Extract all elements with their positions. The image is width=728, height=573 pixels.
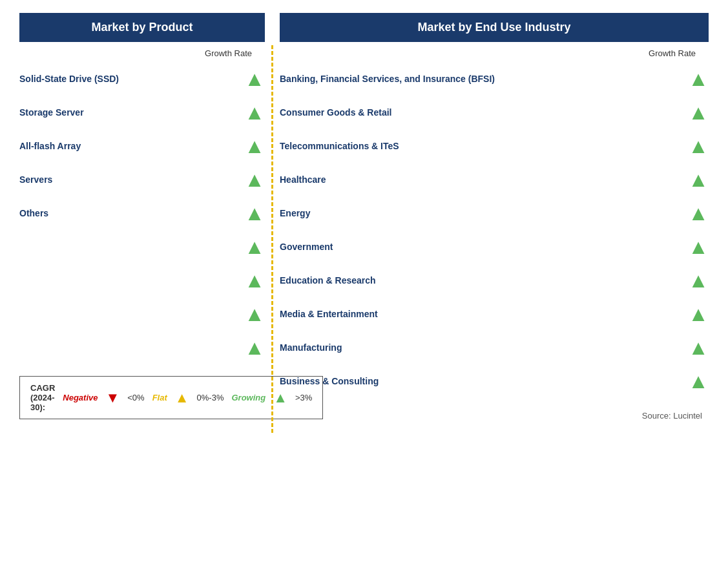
right-panel-header: Market by End Use Industry [280, 13, 709, 42]
product-allflash: All-flash Array [19, 141, 244, 151]
product-servers: Servers [19, 174, 244, 185]
product-ssd: Solid-State Drive (SSD) [19, 74, 244, 84]
product-others: Others [19, 208, 244, 218]
list-item: All-flash Array ▲ [19, 129, 265, 163]
industry-energy: Energy [280, 208, 688, 218]
list-item: Telecommunications & ITeS ▲ [280, 129, 709, 163]
list-item: ▲ [19, 297, 265, 331]
industry-healthcare: Healthcare [280, 174, 688, 185]
up-arrow-icon: ▲ [688, 169, 709, 190]
up-arrow-icon: ▲ [244, 236, 265, 257]
industry-telecom: Telecommunications & ITeS [280, 141, 688, 151]
up-arrow-icon: ▲ [244, 337, 265, 358]
list-item: ▲ [19, 331, 265, 364]
list-item: Manufacturing ▲ [280, 331, 709, 364]
list-item: Consumer Goods & Retail ▲ [280, 96, 709, 129]
yellow-arrow-icon: ▲ [175, 390, 189, 406]
list-item: Education & Research ▲ [280, 264, 709, 297]
up-arrow-icon: ▲ [244, 136, 265, 156]
list-item: Energy ▲ [280, 196, 709, 230]
list-item: Solid-State Drive (SSD) ▲ [19, 62, 265, 96]
list-item: Healthcare ▲ [280, 163, 709, 196]
up-arrow-icon: ▲ [688, 371, 709, 391]
up-arrow-icon: ▲ [244, 304, 265, 324]
left-panel-header: Market by Product [19, 13, 265, 42]
industry-education: Education & Research [280, 275, 688, 286]
up-arrow-icon: ▲ [688, 270, 709, 291]
up-arrow-icon: ▲ [244, 68, 265, 89]
up-arrow-icon: ▲ [688, 136, 709, 156]
flat-label: Flat [152, 393, 167, 402]
up-arrow-icon: ▲ [244, 169, 265, 190]
up-arrow-icon: ▲ [688, 203, 709, 224]
product-storage-server: Storage Server [19, 107, 244, 118]
up-arrow-icon: ▲ [244, 203, 265, 224]
flat-range: 0%-3% [197, 393, 224, 402]
up-arrow-icon: ▲ [688, 236, 709, 257]
left-items-section: Solid-State Drive (SSD) ▲ Storage Server… [19, 62, 265, 364]
growing-label: Growing [231, 393, 265, 402]
list-item: Others ▲ [19, 196, 265, 230]
up-arrow-icon: ▲ [244, 270, 265, 291]
red-arrow-icon: ▼ [105, 390, 120, 406]
list-item: Government ▲ [280, 230, 709, 264]
up-arrow-icon: ▲ [688, 102, 709, 123]
list-item: Storage Server ▲ [19, 96, 265, 129]
up-arrow-icon: ▲ [688, 68, 709, 89]
list-item: Banking, Financial Services, and Insuran… [280, 62, 709, 96]
list-item: ▲ [19, 264, 265, 297]
right-items-section: Banking, Financial Services, and Insuran… [280, 62, 709, 398]
legend-box: CAGR(2024-30): Negative ▼ <0% Flat ▲ 0%-… [19, 376, 323, 419]
list-item: Servers ▲ [19, 163, 265, 196]
source-text: Source: Lucintel [280, 411, 709, 421]
up-arrow-icon: ▲ [688, 337, 709, 358]
list-item: Business & Consulting ▲ [280, 364, 709, 398]
industry-consumer-goods: Consumer Goods & Retail [280, 107, 688, 118]
industry-manufacturing: Manufacturing [280, 342, 688, 353]
up-arrow-icon: ▲ [244, 102, 265, 123]
dashed-divider [271, 45, 273, 433]
negative-label: Negative [63, 393, 98, 402]
list-item: ▲ [19, 230, 265, 264]
up-arrow-icon: ▲ [688, 304, 709, 324]
negative-range: <0% [127, 393, 144, 402]
right-growth-rate-label: Growth Rate [280, 48, 709, 58]
industry-bfsi: Banking, Financial Services, and Insuran… [280, 74, 688, 84]
cagr-label: CAGR(2024-30): [30, 383, 55, 412]
left-growth-rate-label: Growth Rate [19, 48, 265, 58]
industry-media: Media & Entertainment [280, 309, 688, 319]
industry-business-consulting: Business & Consulting [280, 376, 688, 386]
list-item: Media & Entertainment ▲ [280, 297, 709, 331]
industry-government: Government [280, 242, 688, 252]
